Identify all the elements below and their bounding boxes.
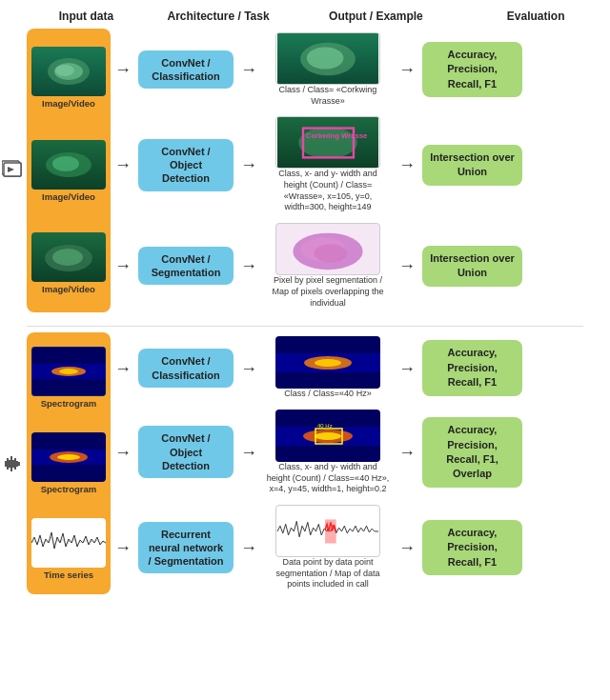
spectrogram-rows: → ConvNet / Classification → Class / Cla…: [111, 332, 610, 594]
eval-box-s2: Accuracy, Precision, Recall, F1, Overlap: [422, 417, 522, 488]
header-input: Input data: [26, 10, 146, 23]
svg-point-10: [52, 156, 79, 171]
eval-box-s3: Accuracy, Precision, Recall, F1: [422, 520, 522, 575]
arch-box-1: ConvNet / Classification: [138, 50, 234, 90]
audio-wave-icon: [0, 332, 27, 594]
output-label-s2: Class, x- and y- width and height (Count…: [266, 462, 390, 495]
svg-text:Corkwing Wrasse: Corkwing Wrasse: [306, 132, 368, 141]
arrow-s3b: →: [240, 539, 257, 556]
image-video-section: Image/Video Image/Video: [0, 29, 610, 312]
output-label-3: Pixel by pixel segmentation / Map of pix…: [266, 275, 390, 309]
arrow-3c: →: [398, 257, 416, 274]
header-row: Input data Architecture / Task Output / …: [0, 10, 610, 23]
arrow-3a: →: [114, 257, 132, 274]
spec-thumb-label-1: Spectrogram: [41, 398, 97, 409]
arch-box-3: ConvNet / Segmentation: [138, 247, 234, 286]
arch-box-s3: Recurrent neural network / Segmentation: [138, 522, 234, 574]
arch-box-2: ConvNet / Object Detection: [138, 139, 234, 191]
input-thumb-3: Image/Video: [30, 232, 108, 294]
output-label-1: Class / Class= «Corkwing Wrasse»: [266, 85, 390, 107]
thumb-label-3: Image/Video: [42, 284, 95, 294]
spec-thumb-2: Spectrogram: [30, 432, 108, 494]
arch-box-s1: ConvNet / Classification: [138, 349, 234, 388]
spec-row-1: → ConvNet / Classification → Class / Cla…: [111, 336, 610, 400]
output-cell-3: Pixel by pixel segmentation / Map of pix…: [266, 223, 390, 309]
spectrogram-orange-bar: Spectrogram Spectrogram: [27, 332, 111, 594]
header-output: Output / Example: [290, 10, 461, 23]
arrow-2b: →: [240, 156, 257, 173]
output-label-s1: Class / Class=«40 Hz»: [284, 389, 371, 400]
output-label-s3: Data point by data point segmentation / …: [266, 557, 390, 590]
output-cell-s1: Class / Class=«40 Hz»: [266, 336, 390, 400]
arrow-2a: →: [114, 156, 132, 173]
arrow-s1c: →: [398, 360, 416, 377]
arch-box-s2: ConvNet / Object Detection: [138, 426, 234, 478]
spec-thumb-1: Spectrogram: [30, 347, 108, 409]
output-cell-2: Corkwing Wrasse Class, x- and y- width a…: [266, 116, 390, 213]
eval-box-s1: Accuracy, Precision, Recall, F1: [422, 340, 522, 395]
svg-point-7: [55, 65, 74, 76]
eval-box-1: Accuracy, Precision, Recall, F1: [422, 42, 522, 97]
svg-point-13: [52, 249, 83, 266]
input-thumb-1: Image/Video: [30, 47, 108, 109]
output-cell-s2: 40 Hz Class, x- and y- width and height …: [266, 410, 390, 495]
thumb-label-1: Image/Video: [42, 98, 95, 109]
image-video-orange-bar: Image/Video Image/Video: [27, 29, 111, 312]
svg-point-23: [315, 244, 348, 262]
spec-row-3: → Recurrent neural network / Segmentatio…: [111, 505, 610, 590]
input-thumb-2: Image/Video: [30, 140, 108, 202]
output-cell-s3: Data point by data point segmentation / …: [266, 505, 390, 590]
waveform-thumb: Time series: [30, 518, 108, 580]
arrow-1c: →: [398, 61, 416, 78]
arrow-s2c: →: [398, 444, 416, 461]
eval-box-2: Intersection over Union: [422, 145, 522, 186]
eval-box-3: Intersection over Union: [422, 246, 522, 287]
arrow-s1a: →: [114, 360, 132, 377]
svg-point-51: [315, 432, 341, 440]
svg-point-16: [307, 47, 344, 69]
image-stack-icon: [0, 29, 27, 312]
header-eval: Evaluation: [461, 10, 610, 23]
arrow-2c: →: [398, 156, 416, 173]
svg-point-42: [57, 454, 80, 460]
spec-row-2: → ConvNet / Object Detection → 40 Hz Cla…: [111, 410, 610, 495]
arrow-s3c: →: [398, 539, 416, 556]
image-video-row-2: → ConvNet / Object Detection → Corkwing …: [111, 116, 610, 213]
arrow-s3a: →: [114, 539, 132, 556]
header-arch: Architecture / Task: [147, 10, 291, 23]
arrow-3b: →: [240, 257, 257, 274]
arrow-s2b: →: [240, 444, 257, 461]
spec-thumb-label-2: Spectrogram: [41, 484, 97, 494]
spectrogram-section: Spectrogram Spectrogram: [0, 332, 610, 594]
output-label-2: Class, x- and y- width and height (Count…: [266, 169, 390, 213]
image-video-rows: → ConvNet / Classification → Class / Cla…: [111, 29, 610, 312]
output-cell-1: Class / Class= «Corkwing Wrasse»: [266, 32, 390, 107]
diagram: Input data Architecture / Task Output / …: [0, 0, 610, 617]
arrow-1a: →: [114, 61, 132, 78]
thumb-label-2: Image/Video: [42, 191, 95, 202]
svg-point-47: [315, 359, 341, 367]
arrow-s2a: →: [114, 444, 132, 461]
image-video-row-3: → ConvNet / Segmentation → Pixel by pixe…: [111, 223, 610, 309]
section-divider: [27, 326, 583, 327]
svg-point-37: [59, 369, 78, 374]
image-video-row-1: → ConvNet / Classification → Class / Cla…: [111, 32, 610, 107]
arrow-s1b: →: [240, 360, 257, 377]
arrow-1b: →: [240, 61, 257, 78]
svg-text:40 Hz: 40 Hz: [317, 423, 333, 429]
waveform-thumb-label: Time series: [44, 570, 93, 580]
